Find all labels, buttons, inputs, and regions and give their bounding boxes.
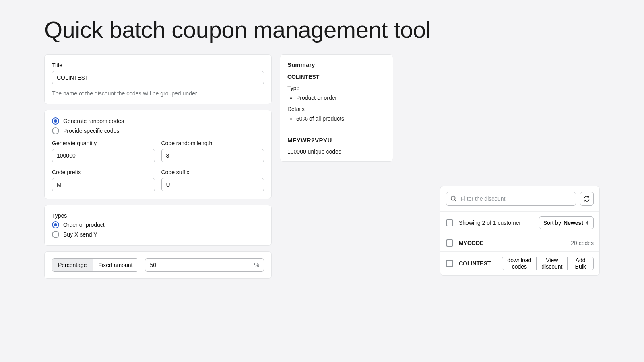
- generate-card: Generate random codes Provide specific c…: [44, 110, 272, 199]
- list-header-text: Showing 2 of 1 customer: [459, 220, 521, 226]
- quantity-label: Generate quantity: [52, 140, 155, 146]
- value-input[interactable]: [145, 258, 264, 272]
- search-icon: [450, 195, 457, 202]
- list-header-row: Showing 2 of 1 customer Sort by Newest ▲…: [440, 211, 599, 234]
- segment-percentage[interactable]: Percentage: [52, 259, 93, 272]
- list-item: MYCODE 20 codes: [440, 234, 599, 251]
- sort-prefix: Sort by: [543, 220, 561, 226]
- list-item-count: 20 codes: [571, 240, 594, 246]
- discount-list-panel: Showing 2 of 1 customer Sort by Newest ▲…: [440, 186, 600, 276]
- value-card: Percentage Fixed amount %: [44, 251, 272, 279]
- suffix-input[interactable]: [161, 178, 264, 191]
- radio-label: Order or product: [63, 222, 105, 228]
- svg-point-0: [451, 196, 455, 200]
- summary-type-item: Product or order: [296, 95, 386, 101]
- row-checkbox[interactable]: [446, 239, 453, 247]
- prefix-label: Code prefix: [52, 169, 155, 175]
- value-suffix: %: [254, 262, 259, 268]
- summary-sample-code: MFYWR2VPYU: [287, 137, 386, 144]
- quantity-input[interactable]: [52, 149, 155, 162]
- title-label: Title: [52, 62, 264, 68]
- radio-provide-specific[interactable]: Provide specific codes: [52, 127, 264, 134]
- refresh-button[interactable]: [580, 192, 594, 206]
- list-item: COLINTEST download codes View discount A…: [440, 251, 599, 275]
- types-heading: Types: [52, 212, 264, 219]
- radio-label: Generate random codes: [63, 118, 124, 124]
- select-all-checkbox[interactable]: [446, 219, 453, 226]
- radio-icon: [52, 117, 59, 125]
- value-type-segmented: Percentage Fixed amount: [52, 258, 138, 272]
- prefix-input[interactable]: [52, 178, 155, 191]
- add-bulk-code-button[interactable]: Add Bulk Code: [567, 257, 593, 270]
- row-checkbox[interactable]: [446, 260, 453, 267]
- list-item-actions: download codes View discount Add Bulk Co…: [502, 257, 594, 270]
- refresh-icon: [584, 195, 590, 202]
- summary-details-item: 50% of all products: [296, 115, 386, 122]
- types-card: Types Order or product Buy X send Y: [44, 205, 272, 246]
- radio-generate-random[interactable]: Generate random codes: [52, 117, 264, 125]
- sort-button[interactable]: Sort by Newest ▲▼: [539, 216, 594, 229]
- radio-icon: [52, 231, 59, 238]
- summary-type-heading: Type: [287, 85, 386, 91]
- sort-caret-icon: ▲▼: [586, 221, 589, 225]
- title-card: Title The name of the discount the codes…: [44, 54, 272, 104]
- summary-card: Summary COLINTEST Type Product or order …: [280, 54, 393, 162]
- length-input[interactable]: [161, 149, 264, 162]
- filter-input[interactable]: [446, 192, 576, 206]
- summary-count-text: 100000 unique codes: [287, 148, 386, 155]
- list-item-name[interactable]: MYCODE: [459, 240, 483, 246]
- radio-icon: [52, 127, 59, 134]
- summary-title: Summary: [287, 61, 386, 68]
- suffix-label: Code suffix: [161, 169, 264, 175]
- segment-fixed[interactable]: Fixed amount: [93, 259, 138, 272]
- radio-buy-x-send-y[interactable]: Buy X send Y: [52, 231, 264, 238]
- svg-line-1: [455, 200, 456, 202]
- radio-icon: [52, 221, 59, 228]
- radio-label: Provide specific codes: [63, 128, 119, 134]
- radio-order-product[interactable]: Order or product: [52, 221, 264, 228]
- title-input[interactable]: [52, 71, 264, 84]
- radio-label: Buy X send Y: [63, 231, 97, 238]
- title-helper: The name of the discount the codes will …: [52, 90, 264, 97]
- page-title: Quick batch coupon management tool: [44, 16, 600, 43]
- view-discount-button[interactable]: View discount: [536, 257, 567, 270]
- summary-details-heading: Details: [287, 106, 386, 112]
- sort-value: Newest: [564, 220, 583, 226]
- length-label: Code random length: [161, 140, 264, 146]
- list-item-name[interactable]: COLINTEST: [459, 260, 491, 267]
- download-codes-button[interactable]: download codes: [502, 257, 536, 270]
- summary-discount-name: COLINTEST: [287, 74, 386, 80]
